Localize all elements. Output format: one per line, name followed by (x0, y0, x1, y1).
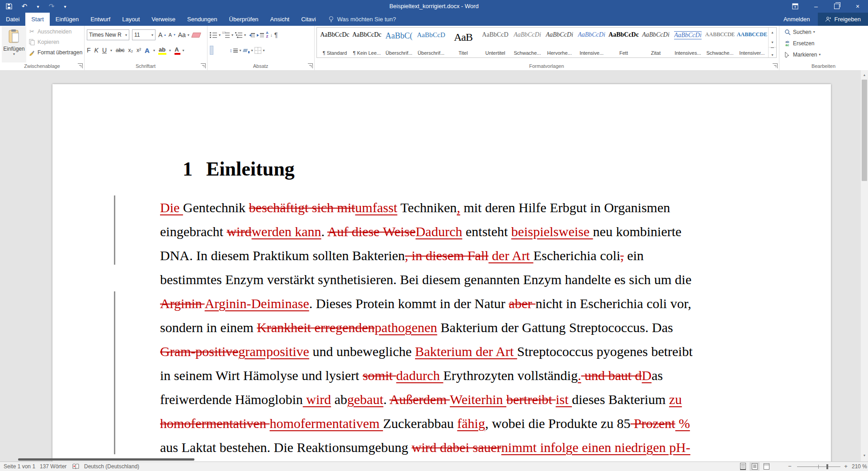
zoom-slider-thumb[interactable] (826, 464, 828, 469)
tab-citavi[interactable]: Citavi (295, 13, 322, 26)
align-left-button[interactable] (210, 46, 213, 55)
borders-button[interactable]: ▾ (255, 47, 265, 54)
document-line[interactable]: homofermentativen homofermentativem Zuck… (160, 411, 721, 435)
copy-button[interactable]: Kopieren (28, 38, 82, 46)
document-body[interactable]: Die Gentechnik beschäftigt sich mitumfas… (160, 195, 721, 459)
proofing-status-icon[interactable] (72, 463, 79, 471)
restore-icon[interactable] (826, 0, 847, 13)
font-name-combobox[interactable]: Times New R ▾ (87, 29, 129, 40)
styles-more-icon[interactable]: ▾ (769, 47, 776, 57)
document-line[interactable]: eingebracht wirdwerden kann. Auf diese W… (160, 219, 721, 243)
tab-entwurf[interactable]: Entwurf (85, 13, 116, 26)
paragraph-dialog-launcher-icon[interactable] (308, 63, 313, 68)
format-painter-button[interactable]: Format übertragen (28, 48, 82, 56)
select-button[interactable]: Markieren ▾ (783, 51, 821, 58)
scroll-down-icon[interactable]: ▾ (861, 452, 868, 459)
share-button[interactable]: Freigeben (818, 13, 868, 26)
document-line[interactable]: in seinem Wirt Hämolyse und lysiert somi… (160, 363, 721, 387)
document-line[interactable]: DNA. In diesem Praktikum sollten Bakteri… (160, 243, 721, 267)
show-paragraph-marks-button[interactable]: ¶ (274, 31, 278, 38)
vertical-scrollbar[interactable]: ▴ ▾ (861, 70, 868, 461)
ribbon-display-options-icon[interactable] (785, 0, 806, 13)
underline-button[interactable]: U (102, 47, 107, 54)
tab-überprüfen[interactable]: Überprüfen (223, 13, 264, 26)
align-right-button[interactable] (220, 46, 223, 55)
styles-dialog-launcher-icon[interactable] (773, 63, 778, 68)
change-case-button[interactable]: Aa▾ (178, 31, 189, 38)
horizontal-scroll-thumb[interactable] (18, 458, 194, 461)
tab-verweise[interactable]: Verweise (146, 13, 181, 26)
minimize-icon[interactable]: – (806, 0, 826, 13)
style-item[interactable]: AaBbC(Überschrif... (383, 28, 415, 57)
align-center-button[interactable] (215, 46, 218, 55)
word-count[interactable]: 137 Wörter (40, 462, 66, 471)
tab-einfügen[interactable]: Einfügen (50, 13, 85, 26)
bold-button[interactable]: F (87, 47, 91, 54)
highlight-dropdown-icon[interactable]: ▾ (169, 48, 171, 52)
zoom-in-button[interactable]: + (843, 462, 849, 471)
style-item[interactable]: AaBbCcDÜberschrif... (415, 28, 447, 57)
superscript-button[interactable]: x² (137, 47, 141, 53)
sort-button[interactable]: AZ↓ (266, 31, 273, 38)
zoom-out-button[interactable]: − (787, 462, 793, 471)
style-item[interactable]: AaBbCcDiHervorhe... (543, 28, 576, 57)
style-item[interactable]: AaBbCcDc¶ Standard (319, 28, 351, 57)
decrease-indent-button[interactable] (248, 32, 255, 38)
shrink-font-button[interactable]: A▾ (169, 32, 175, 38)
replace-button[interactable]: abac Ersetzen (783, 39, 821, 47)
numbering-button[interactable]: ▾ (222, 32, 233, 38)
tell-me-box[interactable]: Was möchten Sie tun? (322, 13, 402, 26)
highlight-color-button[interactable]: ab (159, 46, 165, 55)
shading-button[interactable]: ▾ (243, 48, 253, 53)
zoom-level[interactable]: 210 % (851, 462, 867, 471)
print-layout-button[interactable] (750, 462, 760, 471)
font-size-combobox[interactable]: 11 ▾ (132, 29, 156, 40)
tab-datei[interactable]: Datei (0, 13, 25, 26)
style-item[interactable]: AaBbCcDiZitat (640, 28, 672, 57)
style-item[interactable]: AABBCCDESchwache... (704, 28, 736, 57)
style-item[interactable]: AaBbCcDiIntensive... (576, 28, 608, 57)
multilevel-list-button[interactable]: ▾ (235, 32, 246, 38)
language-indicator[interactable]: Deutsch (Deutschland) (84, 462, 139, 471)
cut-button[interactable]: ✂ Ausschneiden (28, 28, 82, 35)
line-spacing-button[interactable]: ↕▾ (230, 48, 241, 53)
increase-indent-button[interactable] (257, 32, 264, 38)
underline-dropdown-icon[interactable]: ▾ (110, 48, 112, 52)
close-icon[interactable]: × (847, 0, 868, 13)
document-line[interactable]: bestimmtes Enzym verstärkt synthetisiere… (160, 267, 721, 291)
style-item[interactable]: AABBCCDEIntensiver... (736, 28, 767, 57)
grow-font-button[interactable]: A▴ (158, 31, 166, 38)
font-color-button[interactable]: A (175, 46, 179, 55)
vertical-scroll-thumb[interactable] (862, 80, 867, 181)
font-color-dropdown-icon[interactable]: ▾ (183, 48, 184, 52)
find-button[interactable]: Suchen ▾ (783, 28, 821, 36)
zoom-slider-track[interactable] (797, 466, 840, 467)
tab-ansicht[interactable]: Ansicht (264, 13, 296, 26)
styles-scroll-down-icon[interactable]: ▾ (769, 38, 776, 48)
scroll-up-icon[interactable]: ▴ (861, 71, 868, 78)
text-effects-button[interactable]: A (145, 47, 150, 54)
styles-scroll-up-icon[interactable]: ▴ (769, 28, 776, 38)
document-line[interactable]: Gram-positivegrampositive und unbeweglic… (160, 339, 721, 363)
style-item[interactable]: AaBbCcDUntertitel (479, 28, 511, 57)
text-effects-dropdown-icon[interactable]: ▾ (153, 48, 155, 52)
style-item[interactable]: AaBbCcDc¶ Kein Lee... (351, 28, 383, 57)
clear-formatting-button[interactable] (192, 33, 200, 38)
clipboard-dialog-launcher-icon[interactable] (78, 63, 83, 68)
document-line[interactable]: freiwerdende Hämoglobin wird abgebaut. A… (160, 387, 721, 411)
style-item[interactable]: AaBbCcDiSchwache... (511, 28, 543, 57)
page-count[interactable]: Seite 1 von 1 (4, 462, 35, 471)
bullets-button[interactable]: ▾ (210, 32, 221, 38)
style-item[interactable]: AaBbCcDiIntensives... (672, 28, 704, 57)
paste-button[interactable]: Einfügen ▾ (2, 26, 26, 62)
web-layout-button[interactable] (761, 462, 771, 471)
style-item[interactable]: AaBbCcDcFett (608, 28, 640, 57)
style-item[interactable]: AaBTitel (447, 28, 479, 57)
justify-button[interactable] (225, 46, 228, 55)
tab-sendungen[interactable]: Sendungen (181, 13, 223, 26)
read-mode-button[interactable] (738, 462, 748, 471)
tab-start[interactable]: Start (25, 13, 49, 26)
document-line[interactable]: Die Gentechnik beschäftigt sich mitumfas… (160, 195, 721, 219)
italic-button[interactable]: K (94, 47, 99, 54)
subscript-button[interactable]: x₂ (128, 47, 133, 53)
